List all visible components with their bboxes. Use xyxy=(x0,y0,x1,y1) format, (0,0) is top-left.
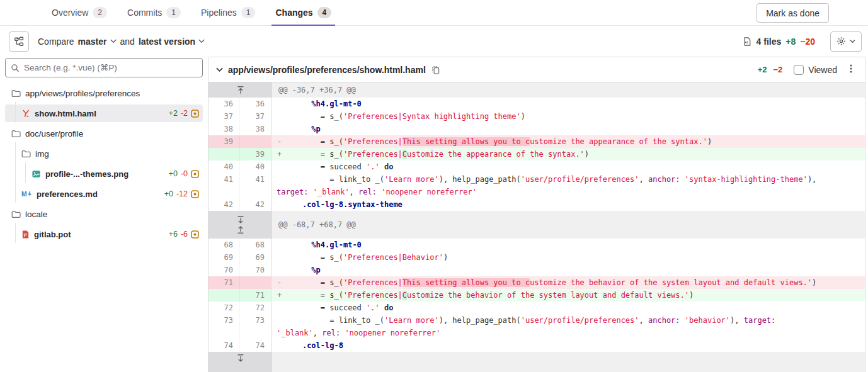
diff-code-row: 6969 = s_('Preferences|Behavior') xyxy=(208,251,865,264)
changes-summary: 4 files +8 −20 xyxy=(743,37,815,47)
old-line-number[interactable]: 74 xyxy=(208,339,240,352)
old-line-number[interactable]: 37 xyxy=(208,110,240,123)
old-line-number[interactable]: 36 xyxy=(208,98,240,110)
file-search-box xyxy=(5,58,203,77)
new-line-number[interactable]: 42 xyxy=(240,198,271,211)
code-segment xyxy=(284,240,311,249)
code-segment: ) xyxy=(521,112,525,121)
code-segment: '_blank' xyxy=(277,329,313,337)
tab-pipelines[interactable]: Pipelines1 xyxy=(197,0,260,25)
copy-path-icon[interactable] xyxy=(431,65,440,75)
tree-folder-img[interactable]: img xyxy=(5,145,203,162)
file-additions: +6 xyxy=(169,230,178,239)
merge-request-tabbar: Overview2Commits1Pipelines1Changes4 Mark… xyxy=(0,0,868,26)
new-line-number[interactable]: 74 xyxy=(240,339,271,352)
tree-file-profile-...-themes.png[interactable]: profile-...-themes.png+0-0 xyxy=(5,165,203,183)
old-line-number[interactable]: 39 xyxy=(208,135,240,148)
expand-down-button[interactable] xyxy=(236,215,245,224)
new-line-number[interactable]: 41 xyxy=(240,173,271,186)
new-line-number[interactable]: 36 xyxy=(240,98,271,110)
line-content: - = s_('Preferences|This setting allows … xyxy=(271,135,865,148)
preferences-dropdown-button[interactable] xyxy=(830,31,862,52)
viewed-toggle[interactable]: Viewed xyxy=(794,65,837,75)
collapse-chevron-icon[interactable] xyxy=(216,67,223,72)
code-segment: 'Preferences| xyxy=(343,137,403,146)
new-line-number[interactable]: 37 xyxy=(240,110,271,123)
tree-file-gitlab.pot[interactable]: Pgitlab.pot+6-6 xyxy=(5,225,203,243)
mark-as-done-button[interactable]: Mark as done xyxy=(757,3,829,23)
source-branch-dropdown[interactable]: master xyxy=(78,37,117,47)
tab-commits[interactable]: Commits1 xyxy=(123,0,185,25)
new-line-number[interactable]: 69 xyxy=(240,251,271,264)
file-additions: +0 xyxy=(164,189,173,198)
expand-up-button[interactable] xyxy=(236,225,245,234)
svg-text:M: M xyxy=(21,190,27,197)
new-line-number[interactable]: 39 xyxy=(240,148,271,161)
tree-guide-line xyxy=(15,223,16,243)
tree-folder-app/views/profiles/preferences[interactable]: app/views/profiles/preferences xyxy=(5,84,203,102)
tree-folder-doc/user/profile[interactable]: doc/user/profile xyxy=(5,125,203,142)
old-line-number[interactable]: 69 xyxy=(208,251,240,264)
old-line-number[interactable]: 68 xyxy=(208,239,240,251)
new-line-number[interactable]: 68 xyxy=(240,239,271,251)
old-line-number[interactable]: 72 xyxy=(208,302,240,314)
code-segment: anchor: xyxy=(648,175,680,184)
target-version-dropdown[interactable]: latest version xyxy=(139,37,205,47)
folder-name: locale xyxy=(25,210,47,219)
total-additions: +8 xyxy=(785,37,796,47)
old-line-number[interactable]: 70 xyxy=(208,264,240,276)
file-type-haml-icon xyxy=(21,109,30,118)
code-segment xyxy=(284,200,302,209)
line-content: = succeed '.' do xyxy=(271,302,865,314)
new-line-number[interactable]: 71 xyxy=(240,289,271,302)
new-line-number[interactable]: 40 xyxy=(240,161,271,173)
diff-code-row: 3636 %h4.gl-mt-0 xyxy=(208,98,865,110)
tree-folder-locale[interactable]: locale xyxy=(5,205,203,223)
file-tree-toggle-button[interactable] xyxy=(9,31,29,52)
hunk-gutter xyxy=(208,211,272,239)
code-segment: ), help_page_path( xyxy=(439,175,521,184)
old-line-number[interactable]: 41 xyxy=(208,173,240,186)
code-segment xyxy=(309,188,313,196)
old-line-number[interactable]: 71 xyxy=(208,276,240,289)
line-marker: + xyxy=(274,289,284,302)
code-segment: '.' xyxy=(366,162,380,171)
code-segment xyxy=(680,175,685,184)
tab-overview[interactable]: Overview2 xyxy=(48,0,111,25)
tree-file-preferences.md[interactable]: Mpreferences.md+0-12 xyxy=(5,185,203,203)
tab-count-badge: 4 xyxy=(317,7,332,18)
file-document-icon xyxy=(743,37,752,47)
old-line-number[interactable]: 38 xyxy=(208,123,240,135)
new-line-number[interactable]: 70 xyxy=(240,264,271,276)
diff-file-path[interactable]: app/views/profiles/preferences/show.html… xyxy=(228,65,426,75)
line-marker: - xyxy=(274,276,284,289)
expand-up-button[interactable] xyxy=(236,86,245,94)
code-segment: = s_( xyxy=(284,150,343,159)
code-segment: target: xyxy=(744,316,776,325)
code-segment: = s_( xyxy=(284,291,343,300)
line-content: %p xyxy=(271,123,865,135)
line-content: = succeed '.' do xyxy=(271,161,865,173)
line-content: .col-lg-8 xyxy=(271,339,865,352)
expand-down-button[interactable] xyxy=(236,354,245,363)
new-line-number[interactable]: 38 xyxy=(240,123,271,135)
added-word-highlight: C xyxy=(403,150,407,159)
old-line-number[interactable]: 40 xyxy=(208,161,240,173)
new-line-number[interactable]: 73 xyxy=(240,314,271,327)
old-line-number[interactable]: 42 xyxy=(208,198,240,211)
code-segment: ), xyxy=(730,316,744,325)
diff-file-header: app/views/profiles/preferences/show.html… xyxy=(208,57,865,82)
file-tree-icon xyxy=(14,37,24,47)
new-line-number[interactable]: 72 xyxy=(240,302,271,314)
old-line-number[interactable]: 73 xyxy=(208,314,240,327)
diff-hunk-row: @@ -36,7 +36,7 @@ xyxy=(208,82,865,98)
code-segment: %p xyxy=(311,266,320,274)
file-options-kebab-button[interactable] xyxy=(846,61,856,78)
file-search-input[interactable] xyxy=(24,63,197,72)
viewed-checkbox[interactable] xyxy=(794,65,804,75)
code-segment xyxy=(380,162,384,171)
code-segment: anchor: xyxy=(648,316,680,325)
tab-changes[interactable]: Changes4 xyxy=(271,0,335,25)
tree-file-show.html.haml[interactable]: show.html.haml+2-2 xyxy=(5,104,203,122)
code-segment: 'Learn more' xyxy=(384,175,439,184)
